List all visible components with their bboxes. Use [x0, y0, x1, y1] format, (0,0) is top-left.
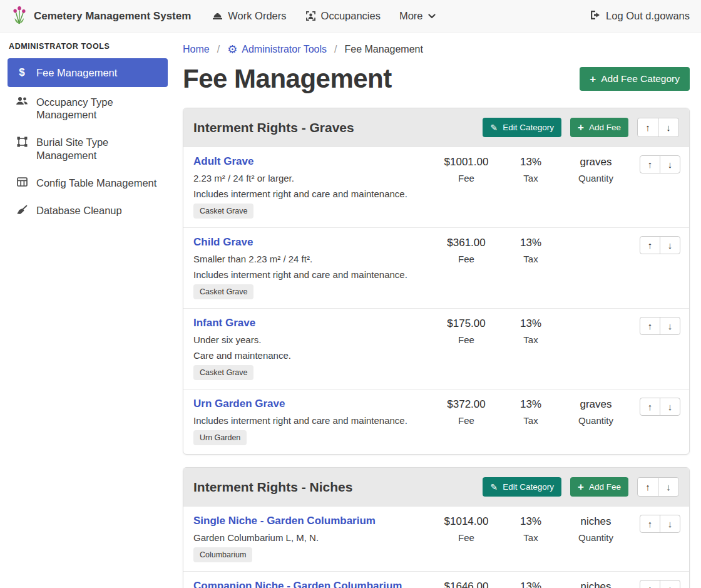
move-fee-down-button[interactable]: ↓ — [660, 155, 680, 173]
sidebar-item-database-cleanup[interactable]: Database Cleanup — [8, 198, 168, 223]
tax-column: 13% Tax — [501, 317, 561, 345]
fee-row: Child Grave Smaller than 2.23 m² / 24 ft… — [183, 227, 689, 308]
tax-value: 13% — [501, 317, 561, 330]
nav-more-dropdown[interactable]: More — [399, 10, 436, 22]
add-fee-button[interactable]: + Add Fee — [570, 118, 628, 137]
tax-label: Tax — [501, 532, 561, 543]
category-header: Interment Rights - Niches ✎ Edit Categor… — [183, 468, 689, 506]
fee-info: Infant Grave Under six years. Care and m… — [193, 317, 432, 380]
arrow-down-icon: ↓ — [668, 584, 673, 588]
move-category-down-button[interactable]: ↓ — [658, 477, 679, 497]
fee-description: Smaller than 2.23 m² / 24 ft². — [193, 254, 426, 264]
fee-name-link[interactable]: Child Grave — [193, 236, 253, 249]
fee-info: Child Grave Smaller than 2.23 m² / 24 ft… — [193, 236, 432, 299]
fee-reorder-group: ↑ ↓ — [640, 236, 680, 254]
tax-value: 13% — [501, 237, 561, 249]
fee-name-link[interactable]: Urn Garden Grave — [193, 398, 285, 410]
tax-label: Tax — [501, 254, 561, 264]
move-fee-down-button[interactable]: ↓ — [660, 580, 680, 588]
fee-amount: $372.00 — [432, 398, 501, 411]
pencil-icon: ✎ — [490, 483, 498, 492]
fee-amount: $1001.00 — [432, 156, 501, 168]
move-category-down-button[interactable]: ↓ — [658, 118, 679, 137]
sidebar-item-label: Config Table Management — [36, 177, 156, 189]
fee-name-link[interactable]: Single Niche - Garden Columbarium — [193, 515, 376, 527]
nav-work-orders[interactable]: Work Orders — [212, 10, 286, 22]
move-fee-down-button[interactable]: ↓ — [660, 398, 680, 416]
nav-label: Work Orders — [228, 10, 286, 22]
sidebar-item-label: Database Cleanup — [36, 204, 122, 217]
admin-tools-sidebar: ADMINISTRATOR TOOLS $ Fee Management Occ… — [0, 33, 175, 233]
quantity-column: niches Quantity — [561, 580, 631, 588]
move-fee-down-button[interactable]: ↓ — [660, 317, 680, 335]
category-title: Interment Rights - Niches — [193, 480, 483, 495]
tax-label: Tax — [501, 173, 561, 183]
chevron-down-icon — [428, 14, 436, 19]
sidebar-item-burial-site-type-management[interactable]: Burial Site Type Management — [8, 130, 168, 167]
button-label: Add Fee Category — [601, 73, 680, 85]
edit-category-button[interactable]: ✎ Edit Category — [483, 477, 561, 497]
edit-category-button[interactable]: ✎ Edit Category — [483, 118, 561, 137]
sidebar-item-config-table-management[interactable]: Config Table Management — [8, 170, 168, 195]
fee-description: Under six years. — [193, 334, 426, 345]
fee-name-link[interactable]: Infant Grave — [193, 317, 255, 329]
fee-amount-label: Fee — [432, 415, 501, 426]
fee-type-badge: Urn Garden — [193, 430, 247, 445]
tax-label: Tax — [501, 334, 561, 345]
move-category-up-button[interactable]: ↑ — [637, 477, 658, 497]
app-brand[interactable]: Cemetery Management System — [11, 6, 191, 27]
plus-icon: + — [578, 122, 584, 133]
arrow-up-icon: ↑ — [648, 240, 653, 250]
quantity-value: niches — [561, 580, 631, 588]
fee-description: Includes interment right and care and ma… — [193, 188, 426, 199]
fee-amount-label: Fee — [432, 532, 501, 543]
move-fee-up-button[interactable]: ↑ — [640, 580, 660, 588]
fee-name-link[interactable]: Companion Niche - Garden Columbarium — [193, 580, 402, 588]
arrow-down-icon: ↓ — [666, 122, 671, 133]
move-fee-up-button[interactable]: ↑ — [640, 515, 660, 533]
arrow-up-icon: ↑ — [648, 401, 653, 412]
logout-button[interactable]: Log Out d.gowans — [590, 10, 690, 23]
move-fee-up-button[interactable]: ↑ — [640, 236, 660, 254]
nav-label: Occupancies — [321, 10, 381, 22]
breadcrumb-admin-tools-link[interactable]: ⚙ Administrator Tools — [227, 44, 327, 55]
fee-description: Garden Columbarium L, M, N. — [193, 532, 426, 543]
category-title: Interment Rights - Graves — [193, 120, 483, 135]
add-fee-button[interactable]: + Add Fee — [570, 477, 628, 497]
fee-amount-label: Fee — [432, 254, 501, 264]
plus-icon: + — [578, 482, 584, 492]
category-header: Interment Rights - Graves ✎ Edit Categor… — [183, 108, 689, 147]
move-fee-up-button[interactable]: ↑ — [640, 398, 660, 416]
arrow-up-icon: ↑ — [645, 482, 650, 492]
nav-occupancies[interactable]: Occupancies — [305, 10, 381, 22]
sidebar-item-label: Fee Management — [36, 66, 117, 79]
move-fee-up-button[interactable]: ↑ — [640, 155, 660, 173]
tax-column: 13% Tax — [501, 515, 561, 543]
breadcrumb: Home / ⚙ Administrator Tools / Fee Manag… — [183, 44, 690, 55]
tax-value: 13% — [501, 156, 561, 168]
add-fee-category-button[interactable]: + Add Fee Category — [580, 67, 690, 91]
fee-amount: $361.00 — [432, 237, 501, 249]
portrait-frame-icon — [305, 11, 316, 21]
gear-icon: ⚙ — [227, 44, 237, 55]
fee-amount: $1014.00 — [432, 515, 501, 528]
category-card-niches: Interment Rights - Niches ✎ Edit Categor… — [183, 467, 690, 588]
hard-hat-icon — [212, 11, 223, 21]
fee-row: Single Niche - Garden Columbarium Garden… — [183, 506, 689, 571]
arrow-up-icon: ↑ — [648, 518, 653, 529]
breadcrumb-home-link[interactable]: Home — [183, 44, 210, 55]
move-fee-down-button[interactable]: ↓ — [660, 236, 680, 254]
move-fee-up-button[interactable]: ↑ — [640, 317, 660, 335]
fee-name-link[interactable]: Adult Grave — [193, 155, 253, 168]
fee-row: Infant Grave Under six years. Care and m… — [183, 308, 689, 389]
move-category-up-button[interactable]: ↑ — [637, 118, 658, 137]
logout-label: Log Out d.gowans — [606, 10, 690, 22]
arrow-down-icon: ↓ — [668, 240, 673, 250]
top-navbar: Cemetery Management System Work Orders O… — [0, 0, 701, 33]
sidebar-item-occupancy-type-management[interactable]: Occupancy Type Management — [8, 90, 168, 127]
app-title: Cemetery Management System — [34, 10, 191, 23]
move-fee-down-button[interactable]: ↓ — [660, 515, 680, 533]
sidebar-item-fee-management[interactable]: $ Fee Management — [8, 58, 168, 87]
tax-column: 13% Tax — [501, 236, 561, 264]
quantity-column: niches Quantity — [561, 515, 631, 543]
